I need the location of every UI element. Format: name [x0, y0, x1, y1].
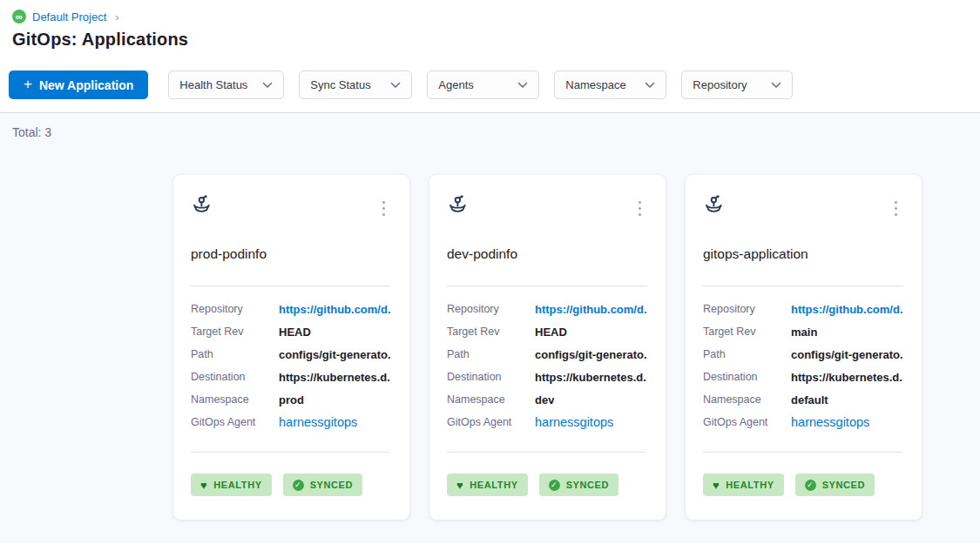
destination-value: https://kubernetes.d... — [535, 371, 646, 384]
filter-namespace-label: Namespace — [565, 78, 625, 91]
chevron-down-icon — [645, 82, 655, 89]
filter-namespace[interactable]: Namespace — [554, 71, 666, 99]
target-rev-value: HEAD — [279, 326, 311, 339]
chevron-down-icon — [517, 82, 528, 89]
field-label: Namespace — [703, 393, 791, 406]
filter-health-status[interactable]: Health Status — [168, 71, 284, 99]
field-label: Repository — [447, 303, 535, 315]
gitops-app-icon — [447, 194, 470, 218]
gitops-app-icon — [191, 194, 214, 218]
health-status-badge: ♥HEALTHY — [191, 473, 272, 496]
application-card[interactable]: dev-podinfo Repositoryhttps://github.com… — [429, 175, 666, 520]
plus-icon: + — [24, 76, 32, 93]
card-menu-kebab-icon[interactable] — [377, 198, 390, 219]
path-value: configs/git-generato... — [279, 348, 390, 361]
filter-repository-label: Repository — [693, 78, 747, 91]
gitops-app-icon — [703, 194, 727, 218]
filter-repository[interactable]: Repository — [681, 71, 793, 99]
application-name[interactable]: dev-podinfo — [447, 246, 646, 262]
new-application-label: New Application — [39, 78, 133, 92]
check-circle-icon: ✓ — [549, 480, 560, 491]
filter-sync-status[interactable]: Sync Status — [299, 71, 412, 99]
path-value: configs/git-generato... — [791, 348, 902, 361]
divider — [191, 452, 390, 453]
field-label: Destination — [703, 371, 791, 383]
destination-value: https://kubernetes.d... — [791, 371, 902, 384]
repository-link[interactable]: https://github.com/d... — [791, 303, 902, 316]
total-count: Total: 3 — [12, 125, 968, 139]
field-label: Target Rev — [703, 326, 791, 338]
field-label: Destination — [191, 371, 279, 383]
breadcrumb: ∞ Default Project › — [12, 8, 968, 25]
chevron-down-icon — [390, 82, 401, 89]
heart-icon: ♥ — [200, 480, 207, 491]
card-menu-kebab-icon[interactable] — [889, 198, 902, 219]
field-label: GitOps Agent — [447, 416, 535, 428]
sync-status-badge: ✓SYNCED — [539, 473, 618, 496]
page-title: GitOps: Applications — [12, 30, 968, 50]
chevron-down-icon — [262, 82, 273, 89]
field-label: Path — [703, 348, 791, 360]
application-card[interactable]: prod-podinfo Repositoryhttps://github.co… — [173, 175, 409, 520]
namespace-value: prod — [279, 393, 304, 406]
field-label: Namespace — [191, 393, 279, 406]
divider — [447, 285, 646, 286]
check-circle-icon: ✓ — [293, 480, 304, 491]
field-label: Destination — [447, 371, 535, 383]
divider — [447, 452, 646, 453]
card-menu-kebab-icon[interactable] — [633, 198, 646, 219]
divider — [703, 285, 902, 286]
new-application-button[interactable]: + New Application — [9, 71, 148, 99]
sync-status-badge: ✓SYNCED — [795, 473, 875, 496]
application-name[interactable]: gitops-application — [703, 246, 902, 262]
destination-value: https://kubernetes.d... — [279, 371, 390, 384]
filter-agents[interactable]: Agents — [427, 71, 539, 99]
divider — [191, 285, 390, 286]
gitops-agent-link[interactable]: harnessgitops — [279, 415, 357, 429]
application-card[interactable]: gitops-application Repositoryhttps://git… — [686, 175, 922, 520]
repository-link[interactable]: https://github.com/d... — [279, 303, 390, 316]
heart-icon: ♥ — [713, 480, 720, 491]
field-label: Path — [191, 348, 279, 360]
health-status-badge: ♥HEALTHY — [447, 473, 528, 496]
breadcrumb-chevron-icon: › — [115, 10, 118, 24]
field-label: GitOps Agent — [191, 416, 279, 428]
filter-bar: Health Status Sync Status Agents Namespa… — [168, 71, 793, 99]
divider — [703, 452, 902, 453]
field-label: Namespace — [447, 393, 535, 406]
field-label: Target Rev — [191, 326, 279, 338]
filter-health-status-label: Health Status — [179, 78, 247, 91]
namespace-value: default — [791, 393, 828, 406]
application-cards: prod-podinfo Repositoryhttps://github.co… — [173, 175, 968, 520]
chevron-down-icon — [771, 82, 781, 89]
gitops-agent-link[interactable]: harnessgitops — [535, 415, 613, 429]
heart-icon: ♥ — [456, 480, 463, 491]
target-rev-value: main — [791, 326, 817, 339]
field-label: Target Rev — [447, 326, 535, 338]
sync-status-badge: ✓SYNCED — [283, 473, 362, 496]
target-rev-value: HEAD — [535, 326, 567, 339]
repository-link[interactable]: https://github.com/d... — [535, 303, 646, 316]
field-label: Repository — [703, 303, 791, 315]
field-label: Repository — [191, 303, 279, 315]
toolbar: + New Application Health Status Sync Sta… — [12, 71, 968, 112]
health-status-badge: ♥HEALTHY — [703, 473, 784, 496]
check-circle-icon: ✓ — [805, 480, 816, 491]
filter-agents-label: Agents — [438, 78, 473, 91]
filter-sync-status-label: Sync Status — [310, 78, 370, 91]
path-value: configs/git-generato... — [535, 348, 646, 361]
page-header: ∞ Default Project › GitOps: Applications… — [0, 0, 980, 112]
project-icon: ∞ — [12, 10, 26, 24]
gitops-agent-link[interactable]: harnessgitops — [791, 415, 869, 429]
field-label: GitOps Agent — [703, 416, 791, 428]
application-name[interactable]: prod-podinfo — [191, 246, 390, 262]
namespace-value: dev — [535, 393, 554, 406]
applications-list-panel: Total: 3 prod-podinfo Repositoryhttps://… — [0, 112, 980, 543]
field-label: Path — [447, 348, 535, 360]
breadcrumb-project-link[interactable]: Default Project — [32, 10, 106, 24]
